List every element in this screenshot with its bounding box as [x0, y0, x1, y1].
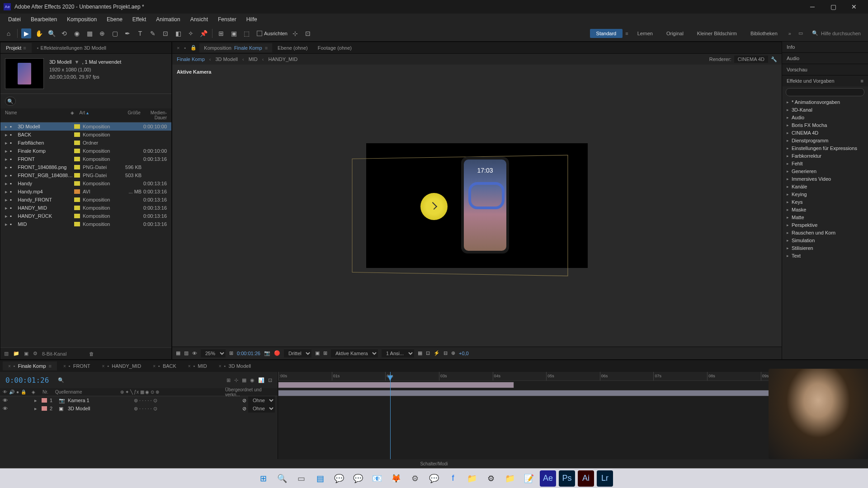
- selection-tool-icon[interactable]: ▶: [21, 28, 31, 38]
- resolution-select[interactable]: Drittel: [284, 349, 311, 357]
- effect-category[interactable]: ▸Fehlt: [782, 160, 868, 167]
- effect-category[interactable]: ▸Generieren: [782, 167, 868, 175]
- workspace-bibliotheken[interactable]: Bibliotheken: [744, 29, 784, 38]
- minimize-button[interactable]: ─: [802, 0, 823, 14]
- taskbar-app[interactable]: 💬: [331, 470, 347, 487]
- effect-category[interactable]: ▸Keys: [782, 198, 868, 206]
- breadcrumb-item[interactable]: Finale Komp: [177, 56, 205, 62]
- breadcrumb-item[interactable]: MID: [249, 56, 258, 62]
- taskbar-app[interactable]: 📧: [369, 470, 385, 487]
- eraser-tool-icon[interactable]: ◧: [173, 28, 183, 38]
- taskbar-app[interactable]: 🔍: [274, 470, 290, 487]
- timeline-tab[interactable]: × ▪ MID: [183, 361, 212, 371]
- taskbar-app[interactable]: 🦊: [388, 470, 404, 487]
- shape-tool-icon[interactable]: ▢: [110, 28, 120, 38]
- workspace-panel-icon[interactable]: ▭: [796, 30, 806, 36]
- hand-tool-icon[interactable]: ✋: [34, 28, 44, 38]
- effect-category[interactable]: ▸Dienstprogramm: [782, 136, 868, 144]
- effect-category[interactable]: ▸Rauschen und Korn: [782, 229, 868, 236]
- info-panel-header[interactable]: Info: [782, 42, 868, 52]
- project-items-list[interactable]: ▸▪3D ModellKomposition0:00:10:00▸▪BACKKo…: [0, 122, 171, 347]
- pan-behind-tool-icon[interactable]: ⊕: [97, 28, 107, 38]
- workspace-overflow-icon[interactable]: »: [785, 31, 795, 36]
- menu-hilfe[interactable]: Hilfe: [242, 14, 262, 24]
- workspace-lernen[interactable]: Lernen: [631, 29, 659, 38]
- menu-ansicht[interactable]: Ansicht: [186, 14, 212, 24]
- menu-bearbeiten[interactable]: Bearbeiten: [26, 14, 61, 24]
- help-search[interactable]: 🔍 Hilfe durchsuchen: [808, 30, 864, 36]
- effect-category[interactable]: ▸3D-Kanal: [782, 106, 868, 113]
- effect-category[interactable]: ▸Einstellungen für Expressions: [782, 144, 868, 152]
- timeline-search-icon[interactable]: 🔍: [58, 377, 64, 383]
- workspace-standard[interactable]: Standard: [590, 29, 623, 38]
- taskbar-app[interactable]: Ae: [540, 470, 556, 487]
- renderer-value[interactable]: CINEMA 4D: [734, 56, 768, 63]
- camera-tool-icon[interactable]: ▦: [85, 28, 94, 38]
- project-item[interactable]: ▸▪HANDY_MIDKomposition0:00:13:16: [0, 204, 171, 212]
- effect-category[interactable]: ▸Maske: [782, 206, 868, 213]
- comp-close-icon[interactable]: ×: [175, 45, 181, 51]
- audio-panel-header[interactable]: Audio: [782, 53, 868, 64]
- views-select[interactable]: 1 Ansi...: [382, 349, 414, 357]
- effects-panel-header[interactable]: Effekte und Vorgaben: [787, 78, 835, 84]
- effects-menu-icon[interactable]: ≡: [861, 78, 863, 84]
- project-tab[interactable]: Projekt ≡: [0, 43, 32, 53]
- breadcrumb-item[interactable]: HANDY_MID: [268, 56, 297, 62]
- workspace-original[interactable]: Original: [660, 29, 690, 38]
- view-icon[interactable]: ▦: [418, 350, 422, 356]
- playhead[interactable]: [390, 372, 391, 459]
- effect-category[interactable]: ▸Farbkorrektur: [782, 152, 868, 160]
- taskbar-app[interactable]: Ps: [559, 470, 575, 487]
- project-item[interactable]: ▸▪HANDY_RÜCKKomposition0:00:13:16: [0, 212, 171, 220]
- header-duration[interactable]: Medien-Dauer: [141, 110, 167, 120]
- effect-category[interactable]: ▸Keying: [782, 190, 868, 198]
- project-item[interactable]: ▸▪BACKKomposition: [0, 131, 171, 139]
- project-item[interactable]: ▸▪Handy.mp4AVI... MB0:00:13:16: [0, 188, 171, 196]
- layer-icon[interactable]: ▣: [229, 28, 239, 38]
- maximize-button[interactable]: ▢: [823, 0, 844, 14]
- project-item[interactable]: ▸▪HandyKomposition0:00:13:16: [0, 179, 171, 188]
- zoom-select[interactable]: 25%: [201, 349, 226, 357]
- taskbar-app[interactable]: ⚙: [407, 470, 423, 487]
- menu-ebene[interactable]: Ebene: [102, 14, 127, 24]
- project-item[interactable]: ▸▪Handy_FRONTKomposition0:00:13:16: [0, 196, 171, 204]
- transparency-icon[interactable]: ▥: [184, 350, 189, 356]
- project-item[interactable]: ▸▪FRONTKomposition0:00:13:16: [0, 155, 171, 163]
- puppet-tool-icon[interactable]: 📌: [198, 28, 208, 38]
- effect-category[interactable]: ▸Perspektive: [782, 221, 868, 229]
- renderer-settings-icon[interactable]: 🔧: [771, 56, 777, 62]
- taskbar-app[interactable]: ⊞: [255, 470, 271, 487]
- current-time[interactable]: 0:00:01:26: [237, 351, 260, 356]
- workspace-kleiner[interactable]: Kleiner Bildschirm: [691, 29, 743, 38]
- layer-tab[interactable]: Ebene (ohne): [273, 43, 312, 52]
- taskbar-app[interactable]: 💬: [350, 470, 366, 487]
- flowchart-icon[interactable]: ⊕: [451, 350, 455, 356]
- project-item[interactable]: ▸▪FRONT_RGB_1840886.pngPNG-Datei503 KB: [0, 171, 171, 179]
- effect-category[interactable]: ▸Matte: [782, 213, 868, 221]
- text-tool-icon[interactable]: T: [135, 28, 145, 38]
- timeline-tab[interactable]: × ▪ BACK: [147, 361, 182, 371]
- effect-category[interactable]: ▸Kanäle: [782, 183, 868, 190]
- header-art[interactable]: Art ▴: [79, 110, 114, 120]
- stamp-tool-icon[interactable]: ⊡: [160, 28, 170, 38]
- mesh-icon[interactable]: ⊞: [216, 28, 226, 38]
- home-icon[interactable]: ⌂: [4, 28, 14, 38]
- header-size[interactable]: Größe: [114, 110, 141, 120]
- timeline-tab[interactable]: × ▪ HANDY_MID: [97, 361, 147, 371]
- snap-toggle[interactable]: Ausrichten: [257, 31, 288, 36]
- taskbar-app[interactable]: 📝: [521, 470, 537, 487]
- effect-category[interactable]: ▸Boris FX Mocha: [782, 121, 868, 129]
- timeline-icon[interactable]: ⊟: [443, 350, 448, 356]
- effect-category[interactable]: ▸Stilisieren: [782, 244, 868, 252]
- project-item[interactable]: ▸▪FRONT_1840886.pngPNG-Datei596 KB: [0, 163, 171, 171]
- roi-icon[interactable]: ▣: [315, 350, 320, 356]
- 3d-icon[interactable]: ⬚: [241, 28, 251, 38]
- new-comp-icon[interactable]: ▣: [24, 351, 28, 357]
- header-name[interactable]: Name: [5, 110, 71, 120]
- settings-icon[interactable]: ⚙: [33, 351, 38, 357]
- menu-komposition[interactable]: Komposition: [62, 14, 101, 24]
- menu-animation[interactable]: Animation: [151, 14, 184, 24]
- comp-button-icon[interactable]: ⊞: [226, 377, 231, 383]
- workspace-menu-icon[interactable]: ≡: [623, 31, 630, 36]
- new-folder-icon[interactable]: 📁: [13, 351, 19, 357]
